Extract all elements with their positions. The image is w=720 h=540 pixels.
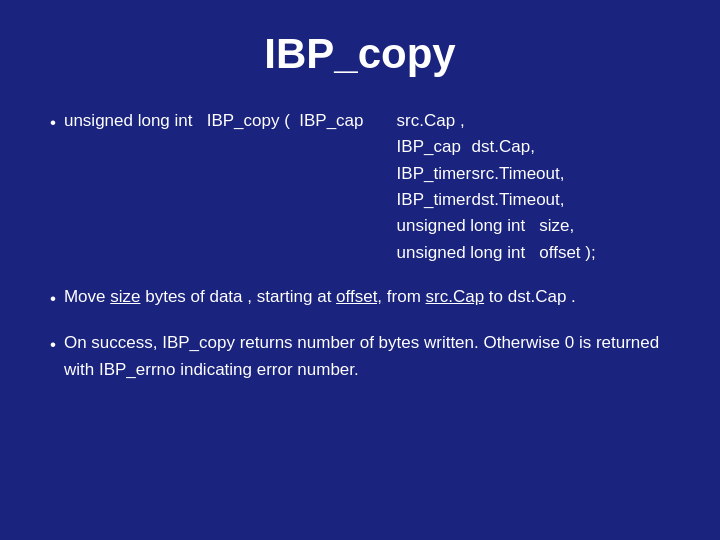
param-line-1: src.Cap , (397, 108, 596, 134)
param-line-2: IBP_cap dst.Cap, (397, 134, 596, 160)
param-indent-2: IBP_cap (397, 134, 472, 160)
bullet-symbol-1: • (50, 110, 56, 136)
bullet-text-3: On success, IBP_copy returns number of b… (64, 330, 670, 383)
bullet-text-1: unsigned long int IBP_copy ( IBP_cap src… (64, 108, 670, 266)
param-val-3: src.Timeout, (472, 161, 565, 187)
b2-part2: bytes of data , starting at (140, 287, 336, 306)
b2-size: size (110, 287, 140, 306)
main-container: IBP_copy • unsigned long int IBP_copy ( … (0, 0, 720, 540)
param-val-4: dst.Timeout, (472, 187, 565, 213)
param-indent-4: IBP_timer (397, 187, 472, 213)
b2-part4: to dst.Cap . (484, 287, 576, 306)
b2-offset: offset, (336, 287, 382, 306)
bullet-symbol-2: • (50, 286, 56, 312)
b2-srccap: src.Cap (426, 287, 485, 306)
b2-part3: from (382, 287, 425, 306)
param-line-6: unsigned long int offset ); (397, 240, 596, 266)
b2-part1: Move (64, 287, 110, 306)
func-params-block: src.Cap , IBP_cap dst.Cap, IBP_timer src… (397, 108, 596, 266)
bullet-text-2: Move size bytes of data , starting at of… (64, 284, 670, 310)
bullet-item-2: • Move size bytes of data , starting at … (50, 284, 670, 312)
bullet-item-1: • unsigned long int IBP_copy ( IBP_cap s… (50, 108, 670, 266)
content-area: • unsigned long int IBP_copy ( IBP_cap s… (50, 108, 670, 383)
func-signature-prefix: unsigned long int IBP_copy ( IBP_cap (64, 108, 397, 134)
param-val-2: dst.Cap, (472, 134, 535, 160)
param-line-3: IBP_timer src.Timeout, (397, 161, 596, 187)
page-title: IBP_copy (50, 30, 670, 78)
param-line-5: unsigned long int size, (397, 213, 596, 239)
param-line-4: IBP_timer dst.Timeout, (397, 187, 596, 213)
bullet-symbol-3: • (50, 332, 56, 358)
bullet-item-3: • On success, IBP_copy returns number of… (50, 330, 670, 383)
param-indent-3: IBP_timer (397, 161, 472, 187)
